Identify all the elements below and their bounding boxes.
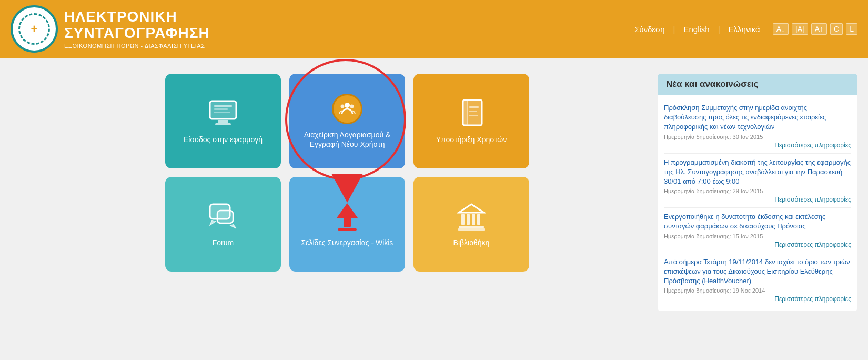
tile-wiki-label: Σελίδες Συνεργασίας - Wikis [301, 238, 393, 247]
chat-icon [207, 201, 239, 233]
news-link-1[interactable]: Πρόσκληση Συμμετοχής στην ημερίδα ανοιχτ… [664, 103, 851, 132]
monitor-icon [207, 98, 239, 129]
login-link[interactable]: Σύνδεση [634, 25, 665, 34]
news-link-3[interactable]: Ενεργοποιήθηκε η δυνατότητα έκδοσης και … [664, 212, 851, 231]
svg-rect-11 [469, 106, 479, 108]
svg-rect-15 [217, 211, 233, 223]
news-more-3[interactable]: Περισσότερες πληροφορίες [664, 241, 851, 248]
news-link-4[interactable]: Από σήμερα Τετάρτη 19/11/2014 δεν ισχύει… [664, 257, 851, 286]
book-icon [456, 98, 487, 129]
svg-rect-4 [214, 108, 228, 110]
tiles-grid: Είσοδος στην εφαρμογή [11, 74, 642, 311]
header-nav: Σύνδεση | English | Ελληνικά Α↓ |Α| Α↑ C… [634, 23, 857, 35]
tile-forum-label: Forum [213, 238, 234, 247]
news-body: Πρόσκληση Συμμετοχής στην ημερίδα ανοιχτ… [658, 95, 857, 311]
news-date-1: Ημερομηνία δημοσίευσης: 30 Ιαν 2015 [664, 134, 851, 140]
news-item: Η προγραμματισμένη διακοπή της λειτουργί… [664, 154, 851, 208]
news-date-3: Ημερομηνία δημοσίευσης: 15 Ιαν 2015 [664, 233, 851, 239]
news-item: Από σήμερα Τετάρτη 19/11/2014 δεν ισχύει… [664, 253, 851, 307]
news-more-2[interactable]: Περισσότερες πληροφορίες [664, 196, 851, 203]
svg-rect-5 [214, 112, 230, 113]
svg-rect-17 [461, 214, 465, 225]
main-content: Είσοδος στην εφαρμογή [0, 58, 868, 322]
svg-rect-21 [459, 226, 484, 228]
svg-rect-19 [472, 214, 475, 225]
tile-account-management-label: Διαχείριση Λογαριασμού & Εγγραφή Νέου Χρ… [298, 130, 397, 149]
news-date-4: Ημερομηνία δημοσίευσης: 19 Νοε 2014 [664, 287, 851, 294]
english-link[interactable]: English [683, 25, 709, 34]
font-controls: Α↓ |Α| Α↑ C L [773, 23, 857, 35]
svg-point-8 [350, 104, 354, 108]
svg-rect-18 [467, 214, 470, 225]
logo-text: ΗΛΕΚΤΡΟΝΙΚΗ ΣΥΝΤΑΓΟΓΡΑΦΗΣΗ ΕΞΟΙΚΟΝΟΜΗΣΗ … [64, 9, 210, 49]
news-item: Ενεργοποιήθηκε η δυνατότητα έκδοσης και … [664, 208, 851, 253]
svg-rect-20 [477, 214, 480, 225]
font-increase-button[interactable]: Α↑ [811, 23, 827, 35]
contrast-l-button[interactable]: L [846, 23, 857, 35]
news-link-2[interactable]: Η προγραμματισμένη διακοπή της λειτουργί… [664, 158, 851, 187]
svg-rect-13 [469, 115, 478, 116]
logo-subtitle: ΕΞΟΙΚΟΝΟΜΗΣΗ ΠΟΡΩΝ - ΔΙΑΣΦΑΛΙΣΗ ΥΓΕΙΑΣ [64, 43, 210, 49]
tile-library-label: Βιβλιοθήκη [453, 238, 490, 247]
logo-circle: + [11, 5, 58, 53]
svg-point-7 [341, 104, 345, 108]
news-more-1[interactable]: Περισσότερες πληροφορίες [664, 142, 851, 149]
tile-login-app[interactable]: Είσοδος στην εφαρμογή [165, 74, 281, 168]
contrast-c-button[interactable]: C [830, 23, 843, 35]
logo-title-line1: ΗΛΕΚΤΡΟΝΙΚΗ ΣΥΝΤΑΓΟΓΡΑΦΗΣΗ [64, 9, 210, 42]
svg-marker-16 [459, 204, 484, 213]
columns-icon [456, 201, 487, 233]
svg-rect-12 [469, 111, 477, 112]
tile-account-management[interactable]: Διαχείριση Λογαριασμού & Εγγραφή Νέου Χρ… [289, 74, 405, 168]
tile-forum[interactable]: Forum [165, 177, 281, 272]
news-date-2: Ημερομηνία δημοσίευσης: 29 Ιαν 2015 [664, 188, 851, 194]
svg-rect-22 [458, 228, 485, 231]
news-more-4[interactable]: Περισσότερες πληροφορίες [664, 295, 851, 303]
site-header: + ΗΛΕΚΤΡΟΝΙΚΗ ΣΥΝΤΑΓΟΓΡΑΦΗΣΗ ΕΞΟΙΚΟΝΟΜΗΣ… [0, 0, 868, 58]
logo-inner-circle: + [18, 13, 50, 45]
news-panel-header: Νέα και ανακοινώσεις [658, 74, 857, 95]
tile-wiki[interactable]: Σελίδες Συνεργασίας - Wikis [289, 177, 405, 272]
users-icon [331, 93, 363, 125]
svg-rect-1 [218, 120, 228, 123]
svg-point-6 [345, 103, 350, 108]
news-item: Πρόσκληση Συμμετοχής στην ημερίδα ανοιχτ… [664, 99, 851, 154]
font-decrease-button[interactable]: Α↓ [773, 23, 789, 35]
tile-library[interactable]: Βιβλιοθήκη [413, 177, 529, 272]
svg-rect-3 [214, 105, 232, 107]
font-normal-button[interactable]: |Α| [792, 23, 808, 35]
svg-rect-2 [215, 123, 231, 125]
svg-rect-10 [463, 100, 467, 125]
news-panel: Νέα και ανακοινώσεις Πρόσκληση Συμμετοχή… [658, 74, 857, 311]
greek-link[interactable]: Ελληνικά [729, 25, 760, 34]
tile-user-support-label: Υποστήριξη Χρηστών [436, 135, 507, 144]
logo-area: + ΗΛΕΚΤΡΟΝΙΚΗ ΣΥΝΤΑΓΟΓΡΑΦΗΣΗ ΕΞΟΙΚΟΝΟΜΗΣ… [11, 5, 210, 53]
upload-icon [331, 201, 363, 233]
tile-login-app-label: Είσοδος στην εφαρμογή [184, 135, 263, 144]
tile-user-support[interactable]: Υποστήριξη Χρηστών [413, 74, 529, 168]
